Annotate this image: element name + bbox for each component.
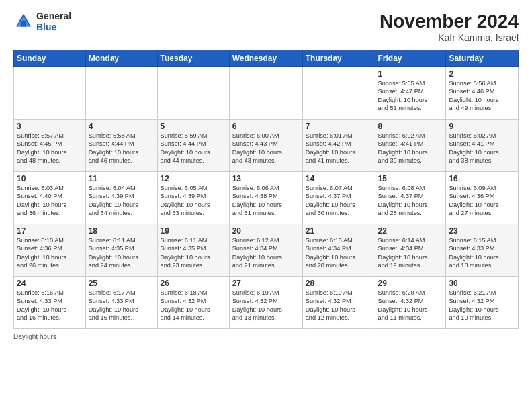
day-info: Sunrise: 5:56 AM Sunset: 4:46 PM Dayligh… [449, 79, 515, 113]
day-number: 24 [17, 279, 83, 288]
week-row-4: 17Sunrise: 6:10 AM Sunset: 4:36 PM Dayli… [14, 224, 519, 277]
day-number: 16 [449, 174, 515, 183]
day-info: Sunrise: 6:09 AM Sunset: 4:36 PM Dayligh… [449, 184, 515, 218]
day-number: 5 [161, 122, 226, 131]
calendar-cell [85, 67, 157, 120]
weekday-header-thursday: Thursday [302, 50, 375, 67]
day-info: Sunrise: 6:06 AM Sunset: 4:38 PM Dayligh… [232, 184, 300, 218]
day-number: 28 [306, 279, 372, 288]
weekday-header-tuesday: Tuesday [157, 50, 229, 67]
page: General Blue November 2024 Kafr Kamma, I… [0, 0, 532, 411]
day-info: Sunrise: 6:14 AM Sunset: 4:34 PM Dayligh… [378, 236, 443, 270]
day-number: 29 [378, 279, 443, 288]
day-info: Sunrise: 6:08 AM Sunset: 4:37 PM Dayligh… [378, 184, 443, 218]
title-block: November 2024 Kafr Kamma, Israel [380, 11, 519, 43]
week-row-5: 24Sunrise: 6:16 AM Sunset: 4:33 PM Dayli… [14, 277, 519, 329]
calendar-cell: 27Sunrise: 6:19 AM Sunset: 4:32 PM Dayli… [229, 277, 302, 329]
day-info: Sunrise: 6:20 AM Sunset: 4:32 PM Dayligh… [378, 289, 443, 322]
day-number: 2 [449, 69, 515, 79]
calendar-cell: 4Sunrise: 5:58 AM Sunset: 4:44 PM Daylig… [85, 120, 157, 172]
day-info: Sunrise: 5:55 AM Sunset: 4:47 PM Dayligh… [378, 79, 443, 113]
footer-note: Daylight hours [13, 333, 519, 340]
week-row-2: 3Sunrise: 5:57 AM Sunset: 4:45 PM Daylig… [14, 120, 519, 172]
day-info: Sunrise: 6:15 AM Sunset: 4:33 PM Dayligh… [449, 236, 515, 270]
day-number: 12 [161, 174, 226, 183]
day-info: Sunrise: 6:11 AM Sunset: 4:35 PM Dayligh… [89, 236, 154, 270]
footer-daylight-label: Daylight hours [13, 333, 56, 340]
day-number: 11 [89, 174, 154, 183]
weekday-header-row: SundayMondayTuesdayWednesdayThursdayFrid… [14, 50, 519, 67]
calendar-cell: 26Sunrise: 6:18 AM Sunset: 4:32 PM Dayli… [157, 277, 229, 329]
logo-general: General [36, 11, 71, 21]
calendar-cell: 30Sunrise: 6:21 AM Sunset: 4:32 PM Dayli… [446, 277, 519, 329]
day-info: Sunrise: 6:02 AM Sunset: 4:41 PM Dayligh… [449, 132, 515, 165]
calendar-cell: 2Sunrise: 5:56 AM Sunset: 4:46 PM Daylig… [446, 67, 519, 120]
svg-rect-2 [21, 21, 26, 27]
day-info: Sunrise: 6:13 AM Sunset: 4:34 PM Dayligh… [306, 236, 372, 270]
calendar-cell: 29Sunrise: 6:20 AM Sunset: 4:32 PM Dayli… [375, 277, 446, 329]
day-info: Sunrise: 6:10 AM Sunset: 4:36 PM Dayligh… [17, 236, 83, 270]
day-info: Sunrise: 6:02 AM Sunset: 4:41 PM Dayligh… [378, 132, 443, 165]
calendar-cell: 5Sunrise: 5:59 AM Sunset: 4:44 PM Daylig… [157, 120, 229, 172]
day-info: Sunrise: 5:59 AM Sunset: 4:44 PM Dayligh… [161, 132, 226, 165]
logo-icon [13, 11, 34, 32]
day-number: 17 [17, 226, 83, 236]
day-info: Sunrise: 6:04 AM Sunset: 4:39 PM Dayligh… [89, 184, 154, 218]
calendar-cell: 17Sunrise: 6:10 AM Sunset: 4:36 PM Dayli… [14, 224, 86, 277]
calendar-cell: 10Sunrise: 6:03 AM Sunset: 4:40 PM Dayli… [14, 172, 86, 224]
calendar-cell: 21Sunrise: 6:13 AM Sunset: 4:34 PM Dayli… [302, 224, 375, 277]
day-number: 22 [378, 226, 443, 236]
day-number: 25 [89, 279, 154, 288]
location: Kafr Kamma, Israel [380, 32, 519, 43]
calendar-cell: 22Sunrise: 6:14 AM Sunset: 4:34 PM Dayli… [375, 224, 446, 277]
calendar-cell: 16Sunrise: 6:09 AM Sunset: 4:36 PM Dayli… [446, 172, 519, 224]
calendar-cell: 11Sunrise: 6:04 AM Sunset: 4:39 PM Dayli… [85, 172, 157, 224]
day-info: Sunrise: 6:18 AM Sunset: 4:32 PM Dayligh… [161, 289, 226, 322]
day-number: 3 [17, 122, 83, 131]
calendar-cell [157, 67, 229, 120]
weekday-header-sunday: Sunday [14, 50, 86, 67]
calendar: SundayMondayTuesdayWednesdayThursdayFrid… [13, 50, 519, 329]
calendar-cell: 7Sunrise: 6:01 AM Sunset: 4:42 PM Daylig… [302, 120, 375, 172]
day-number: 4 [89, 122, 154, 131]
header: General Blue November 2024 Kafr Kamma, I… [13, 11, 519, 43]
day-info: Sunrise: 6:12 AM Sunset: 4:34 PM Dayligh… [232, 236, 300, 270]
day-info: Sunrise: 5:58 AM Sunset: 4:44 PM Dayligh… [89, 132, 154, 165]
day-info: Sunrise: 6:01 AM Sunset: 4:42 PM Dayligh… [306, 132, 372, 165]
day-info: Sunrise: 5:57 AM Sunset: 4:45 PM Dayligh… [17, 132, 83, 165]
logo-blue: Blue [36, 21, 71, 32]
calendar-cell: 13Sunrise: 6:06 AM Sunset: 4:38 PM Dayli… [229, 172, 302, 224]
day-number: 30 [449, 279, 515, 288]
day-info: Sunrise: 6:05 AM Sunset: 4:39 PM Dayligh… [161, 184, 226, 218]
calendar-cell [14, 67, 86, 120]
day-info: Sunrise: 6:21 AM Sunset: 4:32 PM Dayligh… [449, 289, 515, 322]
calendar-cell: 1Sunrise: 5:55 AM Sunset: 4:47 PM Daylig… [375, 67, 446, 120]
calendar-cell: 6Sunrise: 6:00 AM Sunset: 4:43 PM Daylig… [229, 120, 302, 172]
day-info: Sunrise: 6:00 AM Sunset: 4:43 PM Dayligh… [232, 132, 300, 165]
weekday-header-wednesday: Wednesday [229, 50, 302, 67]
calendar-cell: 3Sunrise: 5:57 AM Sunset: 4:45 PM Daylig… [14, 120, 86, 172]
day-number: 26 [161, 279, 226, 288]
day-number: 27 [232, 279, 300, 288]
day-info: Sunrise: 6:19 AM Sunset: 4:32 PM Dayligh… [232, 289, 300, 322]
calendar-cell: 25Sunrise: 6:17 AM Sunset: 4:33 PM Dayli… [85, 277, 157, 329]
day-number: 13 [232, 174, 300, 183]
week-row-1: 1Sunrise: 5:55 AM Sunset: 4:47 PM Daylig… [14, 67, 519, 120]
month-title: November 2024 [380, 11, 519, 32]
day-info: Sunrise: 6:11 AM Sunset: 4:35 PM Dayligh… [161, 236, 226, 270]
day-number: 6 [232, 122, 300, 131]
day-info: Sunrise: 6:16 AM Sunset: 4:33 PM Dayligh… [17, 289, 83, 322]
day-number: 18 [89, 226, 154, 236]
logo-text: General Blue [36, 11, 71, 32]
calendar-cell: 28Sunrise: 6:19 AM Sunset: 4:32 PM Dayli… [302, 277, 375, 329]
day-number: 10 [17, 174, 83, 183]
calendar-cell: 12Sunrise: 6:05 AM Sunset: 4:39 PM Dayli… [157, 172, 229, 224]
weekday-header-monday: Monday [85, 50, 157, 67]
day-number: 9 [449, 122, 515, 131]
calendar-cell [302, 67, 375, 120]
logo: General Blue [13, 11, 71, 32]
day-number: 21 [306, 226, 372, 236]
calendar-cell [229, 67, 302, 120]
day-info: Sunrise: 6:17 AM Sunset: 4:33 PM Dayligh… [89, 289, 154, 322]
day-number: 20 [232, 226, 300, 236]
